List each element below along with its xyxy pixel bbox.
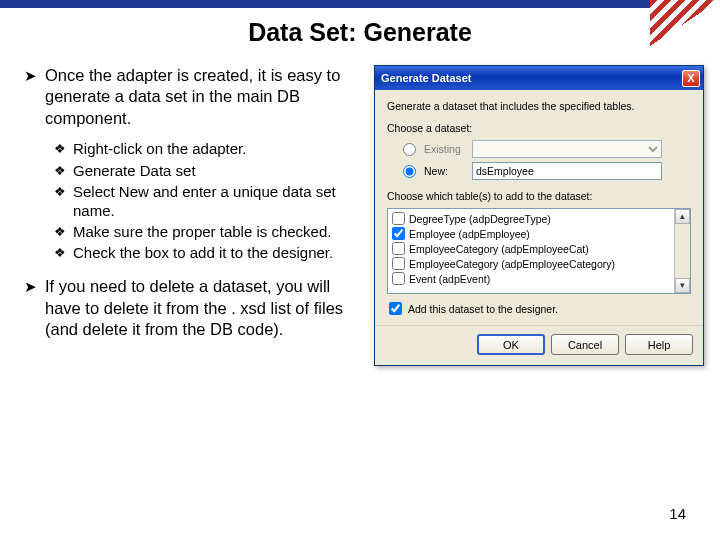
diamond-icon: ❖	[54, 163, 66, 180]
arrow-icon: ➤	[24, 278, 37, 340]
existing-label: Existing	[424, 143, 472, 155]
sub-3: Select New and enter a unique data set n…	[73, 182, 368, 220]
text-column: ➤ Once the adapter is created, it is eas…	[24, 65, 368, 366]
radio-new[interactable]	[403, 165, 416, 178]
screenshot-column: Generate Dataset X Generate a dataset th…	[374, 65, 704, 366]
corner-decoration	[650, 0, 720, 46]
table-label: DegreeType (adpDegreeType)	[409, 213, 551, 225]
new-name-field[interactable]	[472, 162, 662, 180]
diamond-icon: ❖	[54, 224, 66, 241]
table-label: Employee (adpEmployee)	[409, 228, 530, 240]
existing-combo[interactable]	[472, 140, 662, 158]
dialog-title: Generate Dataset	[381, 72, 682, 84]
generate-dataset-dialog: Generate Dataset X Generate a dataset th…	[374, 65, 704, 366]
table-checkbox[interactable]	[392, 272, 405, 285]
cancel-button[interactable]: Cancel	[551, 334, 619, 355]
table-checkbox[interactable]	[392, 212, 405, 225]
sub-1: Right-click on the adapter.	[73, 139, 246, 158]
diamond-icon: ❖	[54, 245, 66, 262]
dialog-buttons: OK Cancel Help	[375, 325, 703, 365]
list-item: Employee (adpEmployee)	[390, 226, 672, 241]
sub-bullets: ❖Right-click on the adapter. ❖Generate D…	[54, 139, 368, 262]
content-area: ➤ Once the adapter is created, it is eas…	[0, 65, 720, 366]
scroll-track[interactable]	[675, 224, 690, 278]
bullet-1: ➤ Once the adapter is created, it is eas…	[24, 65, 368, 129]
scroll-down-icon[interactable]: ▾	[675, 278, 690, 293]
help-button[interactable]: Help	[625, 334, 693, 355]
dialog-instruction: Generate a dataset that includes the spe…	[387, 100, 691, 112]
listbox-scrollbar[interactable]: ▴ ▾	[674, 209, 690, 293]
sub-5: Check the box to add it to the designer.	[73, 243, 333, 262]
table-label: Event (adpEvent)	[409, 273, 490, 285]
bullet-2: ➤ If you need to delete a dataset, you w…	[24, 276, 368, 340]
table-checkbox[interactable]	[392, 257, 405, 270]
top-bar	[0, 0, 720, 8]
bullet-1-text: Once the adapter is created, it is easy …	[45, 65, 368, 129]
tables-list-inner: DegreeType (adpDegreeType) Employee (adp…	[388, 209, 674, 293]
tables-listbox: DegreeType (adpDegreeType) Employee (adp…	[387, 208, 691, 294]
list-item: EmployeeCategory (adpEmployeeCat)	[390, 241, 672, 256]
diamond-icon: ❖	[54, 184, 66, 220]
dialog-titlebar: Generate Dataset X	[375, 66, 703, 90]
add-designer-checkbox[interactable]	[389, 302, 402, 315]
existing-row: Existing	[403, 140, 691, 158]
new-row: New:	[403, 162, 691, 180]
list-item: EmployeeCategory (adpEmployeeCategory)	[390, 256, 672, 271]
add-designer-label: Add this dataset to the designer.	[408, 303, 558, 315]
bullet-2-text: If you need to delete a dataset, you wil…	[45, 276, 368, 340]
add-designer-row: Add this dataset to the designer.	[389, 302, 691, 315]
new-label: New:	[424, 165, 472, 177]
ok-button[interactable]: OK	[477, 334, 545, 355]
radio-existing[interactable]	[403, 143, 416, 156]
table-label: EmployeeCategory (adpEmployeeCat)	[409, 243, 589, 255]
arrow-icon: ➤	[24, 67, 37, 129]
scroll-up-icon[interactable]: ▴	[675, 209, 690, 224]
table-checkbox[interactable]	[392, 227, 405, 240]
page-number: 14	[669, 505, 686, 522]
list-item: DegreeType (adpDegreeType)	[390, 211, 672, 226]
dialog-body: Generate a dataset that includes the spe…	[375, 90, 703, 325]
page-title: Data Set: Generate	[0, 18, 720, 47]
table-checkbox[interactable]	[392, 242, 405, 255]
list-item: Event (adpEvent)	[390, 271, 672, 286]
table-label: EmployeeCategory (adpEmployeeCategory)	[409, 258, 615, 270]
choose-label: Choose a dataset:	[387, 122, 691, 134]
tables-label: Choose which table(s) to add to the data…	[387, 190, 691, 202]
diamond-icon: ❖	[54, 141, 66, 158]
sub-2: Generate Data set	[73, 161, 196, 180]
close-button[interactable]: X	[682, 70, 700, 87]
sub-4: Make sure the proper table is checked.	[73, 222, 331, 241]
